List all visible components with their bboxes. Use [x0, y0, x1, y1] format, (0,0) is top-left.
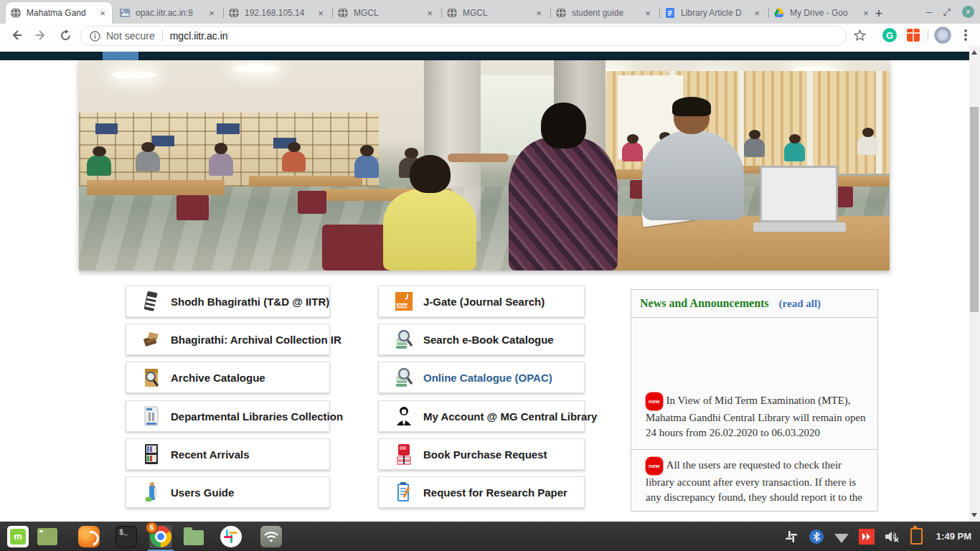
news-text: All the users are requested to check the…: [646, 459, 862, 503]
archive-search-icon: [142, 367, 161, 388]
address-bar[interactable]: Not secure mgcl.iitr.ac.in: [80, 26, 847, 46]
slack-launcher[interactable]: [220, 525, 242, 548]
photo-books: [152, 136, 175, 146]
tab-close-icon[interactable]: ×: [316, 8, 326, 19]
new-tab-button[interactable]: +: [870, 4, 888, 23]
tab-close-icon[interactable]: ×: [207, 8, 217, 19]
tab-close-icon[interactable]: ×: [534, 8, 544, 19]
battery-icon[interactable]: [909, 529, 925, 545]
system-tray: 1:49 PM: [783, 529, 980, 545]
browser-menu-icon[interactable]: [957, 27, 974, 44]
photo-person: [622, 142, 643, 161]
link-my-account[interactable]: My Account @ MG Central Library: [378, 400, 585, 432]
chrome-launcher-active[interactable]: 6: [149, 525, 172, 548]
photo-chair: [176, 195, 209, 220]
person-icon: [395, 405, 413, 427]
page-viewport: Shodh Bhagirathi (T&D @ IITR) Bhagirathi…: [0, 46, 980, 522]
link-recent-arrivals[interactable]: Recent Arrivals: [126, 438, 330, 470]
tab-mgcl-2[interactable]: MGCL ×: [442, 2, 548, 24]
globe-icon: [10, 7, 22, 19]
tab-close-icon[interactable]: ×: [425, 8, 435, 19]
photo-table: [87, 180, 225, 195]
photo-laptop: [760, 166, 837, 222]
tab-my-drive[interactable]: My Drive - Goo ×: [769, 2, 875, 24]
bookmark-star-icon[interactable]: [851, 27, 868, 44]
tab-close-icon[interactable]: ×: [643, 8, 653, 19]
photo-student-plaid-shirt: [509, 138, 618, 270]
maximize-button[interactable]: ⤢: [943, 7, 951, 17]
page-scrollbar[interactable]: [969, 46, 980, 522]
photo-person: [354, 155, 379, 178]
profile-avatar[interactable]: [934, 27, 951, 44]
terminal-launcher[interactable]: $_: [115, 525, 138, 548]
browser-toolbar: Not secure mgcl.iitr.ac.in G: [0, 24, 980, 47]
photo-student-head: [541, 103, 586, 149]
link-jgate[interactable]: JGate J-Gate (Journal Search): [378, 286, 585, 317]
link-online-catalogue-opac[interactable]: Online Catalogue (OPAC): [378, 362, 585, 393]
volume-muted-icon[interactable]: [884, 529, 900, 545]
tab-close-icon[interactable]: ×: [752, 8, 762, 19]
photo-books: [217, 123, 240, 134]
library-building-icon: [142, 405, 161, 427]
link-request-research-paper[interactable]: Request for Research Paper: [378, 476, 585, 508]
files-launcher[interactable]: [182, 525, 205, 548]
back-button[interactable]: [7, 26, 26, 44]
tab-opac[interactable]: opac.iitr.ac.in:8 ×: [115, 2, 221, 24]
taskbar-clock[interactable]: 1:49 PM: [936, 531, 971, 542]
globe-icon: [228, 7, 240, 19]
read-all-link[interactable]: (read all): [779, 298, 821, 310]
thesis-stack-icon: [142, 291, 161, 312]
photo-person: [857, 136, 878, 154]
grammarly-extension-icon[interactable]: G: [881, 27, 898, 44]
photo-person: [784, 142, 805, 161]
tab-close-icon[interactable]: ×: [98, 8, 108, 19]
site-nav-active-item[interactable]: [103, 52, 138, 60]
kiosk-icon: [142, 481, 161, 503]
scroll-up-arrow[interactable]: [971, 50, 977, 55]
mint-menu-button[interactable]: m: [6, 525, 29, 548]
slack-icon: [220, 526, 242, 547]
wifi-app-icon: [260, 526, 282, 547]
show-desktop-button[interactable]: [36, 525, 59, 548]
photo-student-head: [410, 155, 451, 193]
tab-library-article[interactable]: Library Article D ×: [660, 2, 766, 24]
photo-laptop-base: [753, 222, 846, 232]
link-bhagirathi-archival[interactable]: Bhagirathi: Archival Collection IR: [126, 324, 330, 355]
grid-extension-icon[interactable]: [905, 27, 922, 44]
network-signal-icon[interactable]: [834, 529, 849, 545]
red-book-icon: [395, 443, 413, 465]
firefox-launcher[interactable]: [77, 525, 100, 548]
link-users-guide[interactable]: Users Guide: [126, 476, 330, 508]
minimize-button[interactable]: –: [926, 7, 931, 17]
link-departmental-libraries[interactable]: Departmental Libraries Collection: [126, 400, 330, 432]
slack-tray-icon[interactable]: [783, 529, 799, 545]
link-archive-catalogue[interactable]: Archive Catalogue: [126, 362, 330, 393]
tab-ip-address[interactable]: 192.168.105.14 ×: [224, 2, 330, 24]
network-tool-launcher[interactable]: [260, 525, 283, 548]
url-text[interactable]: mgcl.iitr.ac.in: [170, 30, 228, 42]
tab-mgcl-1[interactable]: MGCL ×: [333, 2, 439, 24]
scrollbar-thumb[interactable]: [970, 107, 979, 312]
window-controls: – ⤢ ×: [926, 3, 974, 20]
photo-student-grey-polo: [642, 130, 743, 220]
new-badge: new: [646, 457, 663, 475]
taskbar: m $_ 6: [0, 522, 980, 551]
scroll-down-arrow[interactable]: [971, 513, 977, 517]
photo-person: [209, 153, 233, 176]
globe-icon: [555, 7, 567, 19]
ceiling-light: [233, 65, 279, 72]
sync-app-icon[interactable]: [859, 529, 875, 545]
book-search-icon: [395, 329, 413, 350]
tab-student-guide[interactable]: student guide ×: [551, 2, 657, 24]
refresh-button[interactable]: [56, 26, 75, 44]
tab-mahatma-gandhi[interactable]: Mahatma Gand ×: [6, 2, 112, 24]
link-book-purchase[interactable]: Book Purchase Request: [378, 438, 585, 470]
archive-boxes-icon: [142, 329, 161, 350]
link-shodh-bhagirathi[interactable]: Shodh Bhagirathi (T&D @ IITR): [126, 286, 330, 317]
close-window-button[interactable]: ×: [962, 6, 974, 18]
security-label[interactable]: Not secure: [106, 30, 155, 42]
forward-button[interactable]: [32, 26, 50, 44]
photo-person: [282, 151, 306, 171]
bluetooth-icon[interactable]: [809, 529, 824, 545]
link-search-ebook[interactable]: Search e-Book Catalogue: [378, 324, 585, 355]
